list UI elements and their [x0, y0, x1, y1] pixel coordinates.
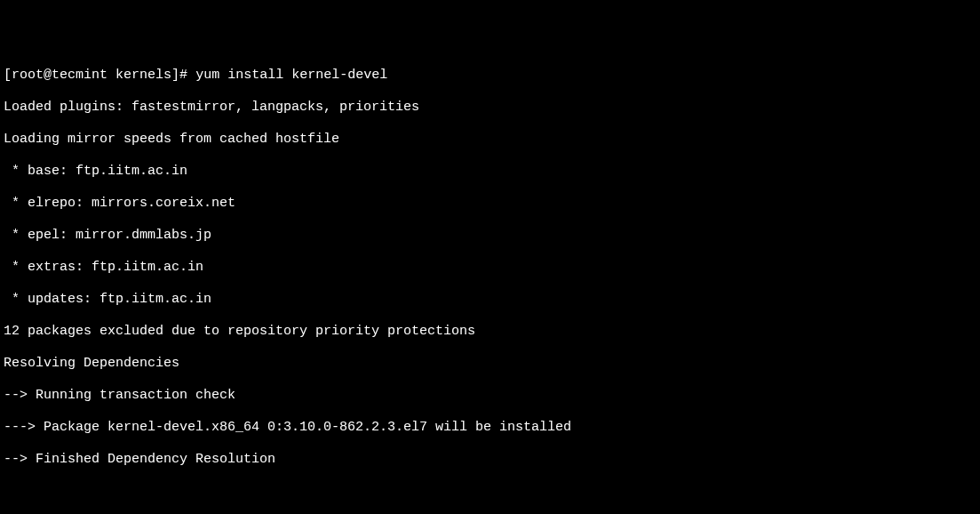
prompt-close-bracket: ]: [171, 68, 179, 83]
output-package-install: ---> Package kernel-devel.x86_64 0:3.10.…: [4, 420, 976, 436]
output-check: --> Running transaction check: [4, 388, 976, 404]
mirror-elrepo: * elrepo: mirrors.coreix.net: [4, 196, 976, 212]
output-loading-mirrors: Loading mirror speeds from cached hostfi…: [4, 132, 976, 148]
prompt-user: root: [12, 68, 44, 83]
mirror-extras: * extras: ftp.iitm.ac.in: [4, 260, 976, 276]
command-prompt-line: [root@tecmint kernels]# yum install kern…: [4, 68, 976, 84]
blank-line-1: [4, 484, 976, 500]
mirror-base: * base: ftp.iitm.ac.in: [4, 164, 976, 180]
prompt-at: @: [44, 68, 52, 83]
output-resolving: Resolving Dependencies: [4, 356, 976, 372]
output-excluded: 12 packages excluded due to repository p…: [4, 324, 976, 340]
prompt-dir: kernels: [116, 68, 171, 83]
mirror-epel: * epel: mirror.dmmlabs.jp: [4, 228, 976, 244]
output-finished: --> Finished Dependency Resolution: [4, 452, 976, 468]
mirror-updates: * updates: ftp.iitm.ac.in: [4, 292, 976, 308]
command-text: yum install kernel-devel: [195, 68, 387, 83]
prompt-open-bracket: [: [4, 68, 12, 83]
output-plugins: Loaded plugins: fastestmirror, langpacks…: [4, 100, 976, 116]
prompt-symbol: #: [179, 68, 187, 83]
prompt-host: tecmint: [52, 68, 108, 83]
